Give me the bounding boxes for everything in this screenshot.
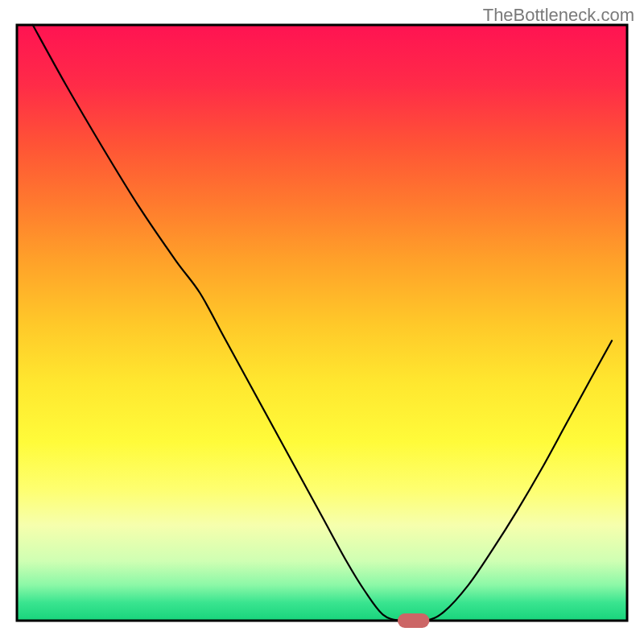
- chart-container: TheBottleneck.com: [0, 0, 644, 644]
- optimal-marker: [398, 613, 429, 628]
- plot-area: [17, 25, 627, 628]
- svg-rect-0: [17, 25, 627, 621]
- chart-svg: [0, 0, 644, 644]
- watermark-label: TheBottleneck.com: [483, 5, 634, 26]
